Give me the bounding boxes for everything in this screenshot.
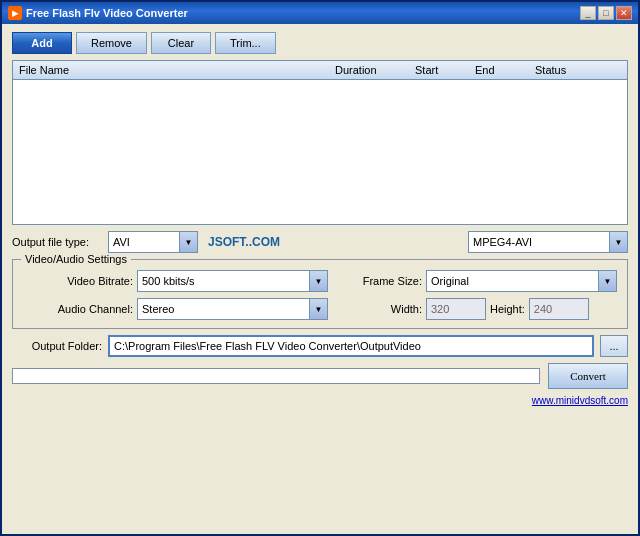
website-link[interactable]: www.minidvdsoft.com — [12, 395, 628, 406]
file-list-body[interactable] — [13, 80, 627, 221]
col-end: End — [473, 63, 533, 77]
toolbar: Add Remove Clear Trim... — [12, 32, 628, 54]
output-type-label: Output file type: — [12, 236, 102, 248]
output-type-select[interactable]: AVI ▼ — [108, 231, 198, 253]
settings-group: Video/Audio Settings Video Bitrate: 500 … — [12, 259, 628, 329]
title-bar: ▶ Free Flash Flv Video Converter _ □ ✕ — [2, 2, 638, 24]
profile-value: MPEG4-AVI — [469, 236, 609, 248]
convert-button[interactable]: Convert — [548, 363, 628, 389]
clear-button[interactable]: Clear — [151, 32, 211, 54]
col-extra — [603, 63, 623, 77]
title-bar-left: ▶ Free Flash Flv Video Converter — [8, 6, 188, 20]
settings-legend: Video/Audio Settings — [21, 253, 131, 265]
audio-channel-value: Stereo — [138, 303, 309, 315]
add-button[interactable]: Add — [12, 32, 72, 54]
frame-size-select[interactable]: Original ▼ — [426, 270, 617, 292]
output-type-value: AVI — [109, 236, 179, 248]
remove-button[interactable]: Remove — [76, 32, 147, 54]
trim-button[interactable]: Trim... — [215, 32, 276, 54]
content-area: Add Remove Clear Trim... File Name Durat… — [2, 24, 638, 534]
col-start: Start — [413, 63, 473, 77]
audio-channel-select[interactable]: Stereo ▼ — [137, 298, 328, 320]
video-bitrate-select[interactable]: 500 kbits/s ▼ — [137, 270, 328, 292]
col-duration: Duration — [333, 63, 413, 77]
folder-path: C:\Program Files\Free Flash FLV Video Co… — [114, 340, 421, 352]
video-bitrate-arrow[interactable]: ▼ — [309, 271, 327, 291]
file-list: File Name Duration Start End Status — [12, 60, 628, 225]
file-list-header: File Name Duration Start End Status — [13, 61, 627, 80]
browse-button[interactable]: ... — [600, 335, 628, 357]
frame-size-value: Original — [427, 275, 598, 287]
audio-channel-label: Audio Channel: — [23, 303, 133, 315]
folder-label: Output Folder: — [12, 340, 102, 352]
output-type-arrow[interactable]: ▼ — [179, 232, 197, 252]
main-window: ▶ Free Flash Flv Video Converter _ □ ✕ A… — [0, 0, 640, 536]
close-button[interactable]: ✕ — [616, 6, 632, 20]
video-bitrate-label: Video Bitrate: — [23, 275, 133, 287]
video-bitrate-value: 500 kbits/s — [138, 275, 309, 287]
height-input[interactable]: 240 — [529, 298, 589, 320]
minimize-button[interactable]: _ — [580, 6, 596, 20]
bottom-row: Convert — [12, 363, 628, 389]
frame-size-arrow[interactable]: ▼ — [598, 271, 616, 291]
window-title: Free Flash Flv Video Converter — [26, 7, 188, 19]
audio-channel-arrow[interactable]: ▼ — [309, 299, 327, 319]
app-icon: ▶ — [8, 6, 22, 20]
frame-size-label: Frame Size: — [332, 275, 422, 287]
title-controls: _ □ ✕ — [580, 6, 632, 20]
maximize-button[interactable]: □ — [598, 6, 614, 20]
output-type-row: Output file type: AVI ▼ JSOFT..COM MPEG4… — [12, 231, 628, 253]
profile-select[interactable]: MPEG4-AVI ▼ — [468, 231, 628, 253]
width-input[interactable]: 320 — [426, 298, 486, 320]
progress-bar — [12, 368, 540, 384]
folder-row: Output Folder: C:\Program Files\Free Fla… — [12, 335, 628, 357]
watermark-text: JSOFT..COM — [208, 235, 280, 249]
profile-arrow[interactable]: ▼ — [609, 232, 627, 252]
width-label: Width: — [332, 303, 422, 315]
col-filename: File Name — [17, 63, 333, 77]
col-status: Status — [533, 63, 603, 77]
width-height-row: 320 Height: 240 — [426, 298, 617, 320]
settings-grid: Video Bitrate: 500 kbits/s ▼ Frame Size:… — [23, 270, 617, 320]
folder-input[interactable]: C:\Program Files\Free Flash FLV Video Co… — [108, 335, 594, 357]
height-label: Height: — [490, 303, 525, 315]
